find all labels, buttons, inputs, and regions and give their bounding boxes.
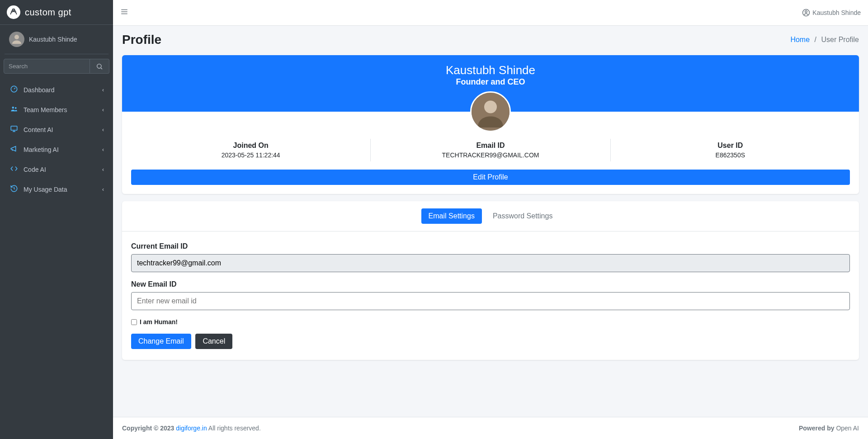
- search-icon: [96, 63, 103, 70]
- content-header: Profile Home / User Profile: [113, 26, 868, 51]
- topbar: Kaustubh Shinde: [113, 0, 868, 26]
- sidebar-user-panel[interactable]: Kaustubh Shinde: [5, 25, 108, 54]
- joined-label: Joined On: [136, 142, 366, 150]
- gauge-icon: [9, 85, 19, 95]
- joined-value: 2023-05-25 11:22:44: [136, 151, 366, 159]
- svg-line-3: [101, 68, 102, 69]
- brand-logo-icon: [7, 5, 20, 19]
- sidebar-item-label: Content AI: [24, 126, 53, 133]
- chevron-left-icon: ‹: [102, 166, 104, 173]
- sidebar-item-label: Team Members: [24, 106, 67, 113]
- human-checkbox[interactable]: [131, 319, 137, 325]
- svg-point-6: [15, 107, 17, 109]
- sidebar-avatar: [9, 32, 24, 47]
- page-title: Profile: [122, 33, 161, 47]
- breadcrumb-separator: /: [815, 36, 816, 43]
- chevron-left-icon: ‹: [102, 87, 104, 93]
- email-label: Email ID: [375, 142, 605, 150]
- sidebar-item-team-members[interactable]: Team Members ‹: [4, 100, 109, 119]
- settings-tabs: Email Settings Password Settings: [122, 201, 859, 231]
- svg-point-1: [14, 35, 19, 39]
- brand-name: custom gpt: [25, 7, 71, 18]
- sidebar-item-label: Dashboard: [24, 86, 55, 94]
- sidebar-search: [0, 54, 113, 78]
- footer-rights: All rights reserved.: [208, 425, 261, 432]
- users-icon: [9, 105, 19, 115]
- svg-point-16: [484, 101, 497, 113]
- footer-link[interactable]: digiforge.in: [176, 425, 207, 432]
- userid-value: E862350S: [615, 151, 845, 159]
- new-email-input[interactable]: [131, 292, 850, 310]
- sidebar-item-code-ai[interactable]: Code AI ‹: [4, 160, 109, 179]
- chevron-left-icon: ‹: [102, 146, 104, 153]
- svg-point-5: [12, 107, 14, 109]
- history-icon: [9, 184, 19, 194]
- footer: Copyright © 2023 digiforge.in All rights…: [113, 417, 868, 439]
- menu-toggle-button[interactable]: [120, 8, 128, 18]
- profile-subtitle: Founder and CEO: [122, 77, 859, 87]
- monitor-icon: [9, 125, 19, 135]
- email-settings-form: Current Email ID New Email ID I am Human…: [122, 231, 859, 360]
- topbar-username: Kaustubh Shinde: [812, 9, 861, 16]
- sidebar-item-usage-data[interactable]: My Usage Data ‹: [4, 180, 109, 199]
- profile-userid-col: User ID E862350S: [610, 139, 850, 161]
- footer-right: Powered by Open AI: [799, 425, 859, 432]
- search-button[interactable]: [90, 59, 109, 74]
- profile-card: Kaustubh Shinde Founder and CEO Joined O…: [122, 55, 859, 194]
- profile-joined-col: Joined On 2023-05-25 11:22:44: [131, 139, 370, 161]
- powered-by-value: Open AI: [836, 425, 859, 432]
- change-email-button[interactable]: Change Email: [131, 334, 191, 349]
- sidebar-item-label: My Usage Data: [24, 186, 67, 193]
- chevron-left-icon: ‹: [102, 107, 104, 113]
- megaphone-icon: [9, 145, 19, 155]
- profile-avatar: [470, 91, 511, 132]
- breadcrumb: Home / User Profile: [790, 36, 859, 44]
- svg-point-2: [97, 64, 101, 68]
- brand[interactable]: custom gpt: [0, 0, 113, 25]
- breadcrumb-home[interactable]: Home: [790, 36, 810, 43]
- cancel-button[interactable]: Cancel: [195, 334, 232, 349]
- powered-by-label: Powered by: [799, 425, 836, 432]
- breadcrumb-current: User Profile: [821, 36, 859, 43]
- footer-left: Copyright © 2023 digiforge.in All rights…: [122, 425, 261, 432]
- human-label[interactable]: I am Human!: [140, 318, 178, 326]
- search-input[interactable]: [4, 59, 90, 74]
- user-circle-icon: [802, 9, 810, 17]
- email-value: TECHTRACKER99@GMAIL.COM: [375, 151, 605, 159]
- hamburger-icon: [120, 8, 128, 16]
- sidebar: custom gpt Kaustubh Shinde Dashboard: [0, 0, 113, 439]
- profile-email-col: Email ID TECHTRACKER99@GMAIL.COM: [370, 139, 610, 161]
- current-email-label: Current Email ID: [131, 242, 850, 250]
- chevron-left-icon: ‹: [102, 186, 104, 193]
- new-email-label: New Email ID: [131, 280, 850, 288]
- tab-email-settings[interactable]: Email Settings: [421, 208, 482, 224]
- sidebar-item-content-ai[interactable]: Content AI ‹: [4, 120, 109, 139]
- profile-hero: Kaustubh Shinde Founder and CEO: [122, 55, 859, 112]
- current-email-input[interactable]: [131, 254, 850, 272]
- copyright-text: Copyright © 2023: [122, 425, 176, 432]
- sidebar-item-marketing-ai[interactable]: Marketing AI ‹: [4, 140, 109, 159]
- svg-rect-7: [11, 126, 17, 130]
- code-icon: [9, 165, 19, 175]
- profile-name: Kaustubh Shinde: [122, 63, 859, 77]
- svg-point-14: [805, 11, 807, 13]
- topbar-user[interactable]: Kaustubh Shinde: [802, 9, 861, 17]
- tab-password-settings[interactable]: Password Settings: [486, 208, 560, 224]
- sidebar-item-label: Code AI: [24, 166, 46, 173]
- chevron-left-icon: ‹: [102, 127, 104, 133]
- sidebar-username: Kaustubh Shinde: [29, 36, 77, 43]
- edit-profile-button[interactable]: Edit Profile: [131, 170, 850, 185]
- sidebar-nav: Dashboard ‹ Team Members ‹ Content AI ‹: [0, 78, 113, 202]
- userid-label: User ID: [615, 142, 845, 150]
- settings-card: Email Settings Password Settings Current…: [122, 201, 859, 360]
- sidebar-item-dashboard[interactable]: Dashboard ‹: [4, 80, 109, 99]
- sidebar-item-label: Marketing AI: [24, 146, 59, 153]
